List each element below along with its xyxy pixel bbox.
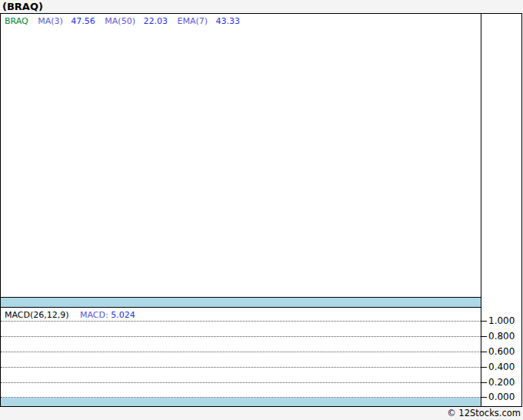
tick-mark [481,397,487,398]
macd-value: 5.024 [111,310,135,320]
chart-frame: BRAQ MA(3) 47.56 MA(50) 22.03 EMA(7) 43.… [0,13,522,407]
gridline [1,367,481,368]
macd-params-label: MACD(26,12,9) [5,310,69,320]
macd-value-label: MACD: [80,310,108,320]
ema7-label: EMA(7) [177,16,208,26]
tick-mark [481,336,487,337]
ma50-value: 22.03 [143,16,168,26]
tick-label-0-600: 0.600 [488,346,515,357]
gridline [1,382,481,383]
tick-label-0-800: 0.800 [488,331,515,342]
ma3-value: 47.56 [71,16,95,26]
macd-label-row: MACD(26,12,9) MACD: 5.024 [5,310,135,320]
gridline [1,321,481,322]
chart-page: (BRAQ) BRAQ MA(3) 47.56 MA(50) 22.03 EMA… [0,0,523,420]
symbol-label: BRAQ [5,16,28,26]
axis-divider [481,14,481,406]
ema7-value: 43.33 [216,16,241,26]
tick-label-0-000: 0.000 [488,392,515,402]
gridline [1,352,481,352]
tick-label-0-400: 0.400 [488,362,515,372]
tick-label-1-000: 1.000 [488,315,515,326]
ma3-label: MA(3) [38,16,63,26]
tick-mark [481,367,487,368]
gridline [1,336,481,337]
separator-bar [1,297,481,308]
page-title: (BRAQ) [2,1,43,12]
tick-mark [481,382,487,383]
bottom-bar [1,398,481,406]
indicator-legend: BRAQ MA(3) 47.56 MA(50) 22.03 EMA(7) 43.… [5,16,247,26]
tick-label-0-200: 0.200 [488,377,515,388]
copyright-text: © 12Stocks.com [447,408,521,418]
ma50-label: MA(50) [105,16,135,26]
main-plot-area: BRAQ MA(3) 47.56 MA(50) 22.03 EMA(7) 43.… [1,14,481,297]
tick-mark [481,321,487,322]
tick-mark [481,352,487,352]
